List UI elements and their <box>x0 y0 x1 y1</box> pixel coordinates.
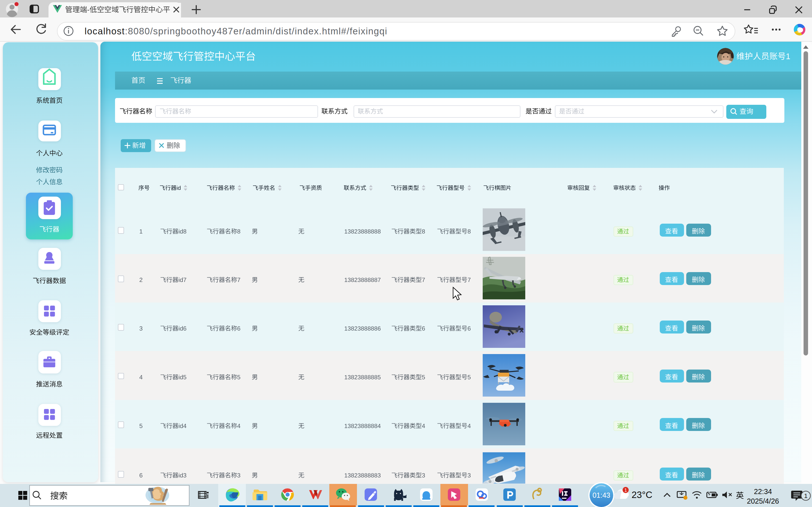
svg-text:1: 1 <box>804 492 808 499</box>
svg-text:01:43: 01:43 <box>592 491 610 499</box>
svg-text:1: 1 <box>624 488 627 493</box>
